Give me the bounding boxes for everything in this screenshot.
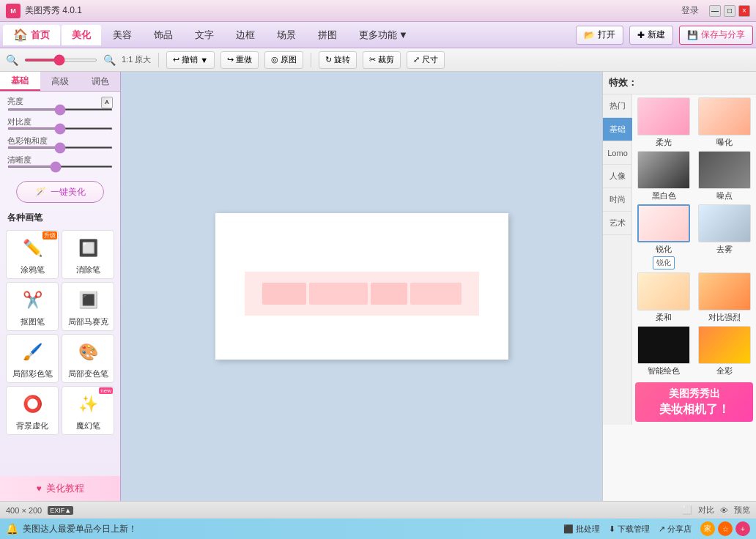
tab-border[interactable]: 边框 — [226, 25, 265, 45]
redo-button[interactable]: ↪ 重做 — [220, 51, 259, 69]
zoom-slider[interactable] — [24, 59, 97, 62]
tab-advanced[interactable]: 高级 — [40, 72, 81, 91]
tab-text-label: 文字 — [195, 29, 214, 42]
batch-icon: ⬛ — [563, 524, 574, 534]
effect-bw[interactable]: 黑白色 — [635, 151, 693, 201]
compare-label: 对比 — [698, 505, 714, 516]
login-button[interactable]: 登录 — [681, 4, 699, 17]
download-button[interactable]: ⬇ 下载管理 — [609, 524, 650, 535]
effect-contrast[interactable]: 对比强烈 — [696, 272, 754, 323]
tab-text[interactable]: 文字 — [185, 25, 224, 45]
ad-line2: 美妆相机了！ — [640, 401, 749, 417]
effect-soft[interactable]: 柔和 — [635, 272, 693, 323]
app-title: 美图秀秀 4.0.1 — [25, 4, 82, 17]
canvas[interactable] — [215, 213, 508, 360]
tab-basic[interactable]: 基础 — [0, 72, 40, 91]
category-portrait[interactable]: 人像 — [603, 165, 632, 188]
mosaic-brush-button[interactable]: 🔳 局部马赛克 — [62, 282, 114, 331]
undo-chevron-icon: ▼ — [200, 56, 208, 64]
save-icon: 💾 — [687, 30, 698, 40]
sharpness-slider[interactable] — [7, 166, 113, 168]
category-fashion[interactable]: 时尚 — [603, 188, 632, 212]
undo-icon: ↩ — [173, 55, 179, 64]
cutout-brush-button[interactable]: ✂️ 抠图笔 — [6, 282, 59, 331]
tab-collage[interactable]: 拼图 — [308, 25, 347, 45]
rotate-button[interactable]: ↻ 旋转 — [319, 51, 357, 69]
batch-button[interactable]: ⬛ 批处理 — [563, 524, 600, 535]
effect-full-color-thumb — [698, 326, 751, 364]
saturation-slider[interactable] — [7, 146, 113, 149]
bg-blur-button[interactable]: ⭕ 背景虚化 — [6, 386, 59, 435]
color-brush-icon: 🖌️ — [18, 338, 47, 367]
canvas-area — [121, 72, 602, 501]
right-content: 热门 基础 Lomo 人像 时尚 艺术 柔光 曝化 — [603, 94, 756, 425]
contrast-slider[interactable] — [7, 127, 113, 130]
effect-noise-thumb — [698, 151, 751, 189]
effect-row-2: 黑白色 噪点 — [635, 151, 753, 201]
effect-row-1: 柔光 曝化 — [635, 97, 753, 148]
effect-exposure[interactable]: 曝化 — [696, 97, 754, 148]
open-button[interactable]: 📂 打开 — [576, 26, 623, 45]
eraser-icon: 🔲 — [73, 234, 103, 263]
ad-banner[interactable]: 美图秀秀出 美妆相机了！ — [635, 382, 753, 422]
category-art[interactable]: 艺术 — [603, 212, 632, 235]
share-button[interactable]: ↗ 分享店 — [659, 524, 692, 535]
tutorial-button[interactable]: ♥ 美化教程 — [0, 476, 120, 501]
size-button[interactable]: ⤢ 尺寸 — [407, 51, 445, 69]
notif-icon: 🔔 — [6, 523, 18, 535]
sharpness-row — [7, 166, 113, 168]
new-button[interactable]: ✚ 新建 — [629, 26, 673, 45]
effect-smart-color-thumb — [637, 326, 690, 364]
category-lomo[interactable]: Lomo — [603, 141, 632, 165]
toolbar-actions: 📂 打开 ✚ 新建 💾 保存与分享 — [576, 26, 753, 45]
tab-collage-label: 拼图 — [318, 29, 337, 42]
save-button[interactable]: 💾 保存与分享 — [679, 26, 753, 45]
category-list: 热门 基础 Lomo 人像 时尚 艺术 — [603, 94, 632, 425]
overlay-block-3 — [371, 283, 407, 305]
separator-1 — [158, 53, 159, 67]
crop-button[interactable]: ✂ 裁剪 — [363, 51, 401, 69]
tab-decor-label: 饰品 — [154, 29, 173, 42]
wand-icon: 🪄 — [35, 187, 46, 197]
one-click-beauty-button[interactable]: 🪄 一键美化 — [16, 181, 104, 203]
tab-home[interactable]: 🏠 首页 — [3, 25, 60, 45]
color-brush-button[interactable]: 🖌️ 局部彩色笔 — [6, 334, 59, 383]
tab-face[interactable]: 美容 — [103, 25, 142, 45]
status-right: ⬜ 对比 👁 预览 — [682, 505, 750, 516]
tray-icons: 家 ☆ + — [700, 521, 750, 536]
eraser-brush-button[interactable]: 🔲 消除笔 — [62, 230, 114, 279]
tab-scene[interactable]: 场景 — [267, 25, 306, 45]
notif-bar: 🔔 美图达人最爱单品今日上新！ ⬛ 批处理 ⬇ 下载管理 ↗ 分享店 家 ☆ + — [0, 518, 756, 539]
effect-dehaze[interactable]: 去雾 — [696, 204, 754, 270]
minimize-button[interactable]: — — [709, 5, 721, 17]
effect-soft-light[interactable]: 柔光 — [635, 97, 693, 148]
zoom-in-icon: 🔍 — [103, 54, 116, 66]
effects-grid: 柔光 曝化 黑白色 噪点 — [632, 94, 756, 425]
category-basic[interactable]: 基础 — [603, 118, 632, 141]
effect-noise[interactable]: 噪点 — [696, 151, 754, 201]
color-change-brush-button[interactable]: 🎨 局部变色笔 — [62, 334, 114, 383]
undo-button[interactable]: ↩ 撤销 ▼ — [166, 51, 215, 69]
titlebar: M 美图秀秀 4.0.1 登录 — □ × — [0, 0, 756, 22]
effect-row-4: 柔和 对比强烈 — [635, 272, 753, 323]
canvas-size-label: 400 × 200 — [6, 506, 42, 515]
effect-sharpen-tooltip: 锐化 — [653, 256, 675, 270]
effect-row-3: 锐化 锐化 去雾 — [635, 204, 753, 270]
tab-color[interactable]: 调色 — [80, 72, 120, 91]
restore-button[interactable]: □ — [724, 5, 735, 17]
brightness-slider[interactable] — [7, 108, 113, 111]
close-button[interactable]: × — [738, 5, 750, 17]
original-button[interactable]: ◎ 原图 — [264, 51, 303, 69]
overlay-block-1 — [262, 283, 306, 305]
tab-decor[interactable]: 饰品 — [144, 25, 183, 45]
tab-beauty[interactable]: 美化 — [62, 25, 101, 45]
category-hot[interactable]: 热门 — [603, 94, 632, 118]
mosaic-icon: 🔳 — [73, 286, 103, 315]
graffiti-brush-wrap: ✏️ 涂鸦笔 升级 — [6, 230, 59, 279]
tab-more[interactable]: 更多功能 ▼ — [349, 25, 418, 45]
effect-sharpen[interactable]: 锐化 锐化 — [635, 204, 693, 270]
brushes-title: 各种画笔 — [0, 209, 120, 227]
app-logo: M — [6, 4, 21, 18]
effect-full-color[interactable]: 全彩 — [696, 326, 754, 376]
effect-smart-color[interactable]: 智能绘色 — [635, 326, 693, 376]
